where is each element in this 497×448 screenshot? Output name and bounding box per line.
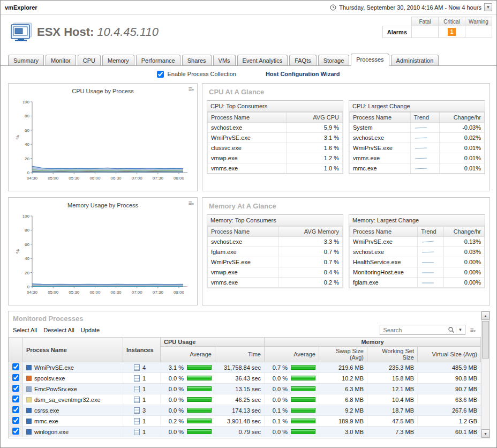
row-checkbox[interactable] <box>12 406 19 413</box>
search-box[interactable]: ▼ <box>380 325 465 335</box>
tab-performance[interactable]: Performance <box>136 55 180 65</box>
tab-summary[interactable]: Summary <box>8 55 44 65</box>
row-checkbox[interactable] <box>12 417 19 424</box>
table-row[interactable]: WmiPrvSE.exe0.13% <box>350 237 485 247</box>
table-row[interactable]: svchost.exe0.03% <box>350 247 485 257</box>
table-row[interactable]: fglam.exe0.00% <box>350 278 485 288</box>
col-cpu-average[interactable]: Average <box>160 347 215 362</box>
tab-memory[interactable]: Memory <box>102 55 134 65</box>
tab-strip: Summary Monitor CPU Memory Performance S… <box>1 53 496 66</box>
swap-size-value: 219.6 MB <box>319 362 367 373</box>
row-checkbox[interactable] <box>12 395 19 402</box>
col-virtual-size[interactable]: Virtual Size (Avg) <box>418 347 481 362</box>
process-row[interactable]: dsm_sa_eventmgr32.exe 1 0.0 % 46.25 sec … <box>9 394 481 405</box>
row-checkbox[interactable] <box>12 374 19 381</box>
change-value: 0.03% <box>444 247 485 257</box>
memory-average-value: 0.1 % <box>273 418 288 424</box>
select-all-button[interactable]: Select All <box>13 327 37 333</box>
vertical-scrollbar[interactable]: ▲ ▼ <box>481 311 490 438</box>
tab-monitor[interactable]: Monitor <box>46 55 76 65</box>
svg-text:0: 0 <box>27 285 30 289</box>
change-value: 0.13% <box>444 237 485 247</box>
memory-usage-chart: 020406080100%04:3005:0005:3006:0006:3007… <box>13 212 193 297</box>
chevron-down-icon[interactable]: ▼ <box>484 3 492 11</box>
scrollbar-thumb[interactable] <box>482 321 489 359</box>
cpu-time-value: 36.43 sec <box>215 373 264 384</box>
table-row[interactable]: mmc.exe0.01% <box>350 163 485 174</box>
process-name: vmms.exe <box>350 153 411 163</box>
fatal-count[interactable] <box>412 26 439 38</box>
table-row[interactable]: clussvc.exe1.6 % <box>208 143 343 153</box>
tab-processes[interactable]: Processes <box>351 54 389 66</box>
row-checkbox[interactable] <box>12 428 19 435</box>
table-options-icon[interactable]: ≡▾ <box>470 326 476 334</box>
table-row[interactable]: svchost.exe3.3 % <box>208 237 343 247</box>
col-process-name[interactable]: Process Name <box>23 338 123 362</box>
working-set-value: 15.8 MB <box>367 373 418 384</box>
table-row[interactable]: WmiPrvSE.exe3.1 % <box>208 133 343 143</box>
critical-badge[interactable]: 1 <box>448 28 456 36</box>
search-options-arrow-icon[interactable]: ▼ <box>457 327 464 332</box>
tab-shares[interactable]: Shares <box>182 55 212 65</box>
svg-text:60: 60 <box>25 242 29 247</box>
process-row[interactable]: EmcPowSrv.exe 1 0.0 % 13.15 sec 0.0 % 6.… <box>9 384 481 394</box>
process-row[interactable]: csrss.exe 3 0.0 % 174.13 sec 0.1 % 9.2 M… <box>9 405 481 416</box>
process-row[interactable]: spoolsv.exe 1 0.0 % 36.43 sec 0.0 % 10.2… <box>9 373 481 384</box>
table-row[interactable]: MonitoringHost.exe0.00% <box>350 267 485 278</box>
tab-event-analytics[interactable]: Event Analytics <box>237 55 288 65</box>
table-row[interactable]: vmwp.exe0.4 % <box>208 267 343 278</box>
tab-faqts[interactable]: FAQts <box>289 55 317 65</box>
row-checkbox[interactable] <box>12 385 19 392</box>
enable-process-collection-checkbox[interactable] <box>157 71 164 78</box>
table-row[interactable]: System-0.03% <box>350 123 485 133</box>
scroll-up-icon[interactable]: ▲ <box>481 311 490 320</box>
warning-count[interactable] <box>465 26 492 38</box>
search-icon[interactable] <box>448 326 455 333</box>
table-row[interactable]: vmwp.exe1.2 % <box>208 153 343 163</box>
process-color-icon <box>26 419 32 424</box>
search-input[interactable] <box>382 326 447 334</box>
col-swap-size[interactable]: Swap Size (Avg) <box>319 347 367 362</box>
chart-menu-icon[interactable]: ≡▾ <box>188 199 194 207</box>
tab-storage[interactable]: Storage <box>318 55 350 65</box>
table-row[interactable]: HealthService.exe0.00% <box>350 257 485 267</box>
row-checkbox[interactable] <box>12 363 19 370</box>
process-color-icon <box>26 429 32 435</box>
table-row[interactable]: svchost.exe0.02% <box>350 133 485 143</box>
scroll-down-icon[interactable]: ▼ <box>481 429 490 438</box>
svg-text:100: 100 <box>22 214 30 219</box>
process-color-icon <box>26 386 32 392</box>
cpu-largest-change-table: CPU: Largest Change Process Name Trend C… <box>349 100 485 174</box>
table-row[interactable]: svchost.exe5.9 % <box>208 123 343 133</box>
table-row[interactable]: vmms.exe0.2 % <box>208 278 343 288</box>
update-button[interactable]: Update <box>81 327 100 333</box>
instances-icon <box>134 375 140 382</box>
table-row[interactable]: WmiPrvSE.exe0.01% <box>350 143 485 153</box>
time-range-control[interactable]: Thursday, September 30, 2010 4:16 AM - N… <box>330 3 492 11</box>
enable-process-collection[interactable]: Enable Process Collection <box>157 71 236 78</box>
col-memory-average[interactable]: Average <box>265 347 319 362</box>
table-row[interactable]: WmiPrvSE.exe0.7 % <box>208 257 343 267</box>
table-row[interactable]: vmms.exe0.01% <box>350 153 485 163</box>
critical-count[interactable]: 1 <box>439 26 465 38</box>
process-row[interactable]: mmc.exe 1 0.2 % 3,901.48 sec 0.1 % 189.9… <box>9 416 481 427</box>
tab-vms[interactable]: VMs <box>213 55 236 65</box>
trend-cell <box>410 143 439 153</box>
instances-count: 1 <box>142 397 146 403</box>
table-row[interactable]: vmms.exe1.0 % <box>208 163 343 174</box>
process-row[interactable]: WmiPrvSE.exe 4 3.1 % 31,758.84 sec 0.7 %… <box>9 362 481 373</box>
chart-menu-icon[interactable]: ≡▾ <box>188 85 194 93</box>
process-row[interactable]: winlogon.exe 1 0.0 % 0.79 sec 0.0 % 3.0 … <box>9 427 481 437</box>
cpu-time-value: 0.79 sec <box>215 427 264 437</box>
table-row[interactable]: fglam.exe0.7 % <box>208 247 343 257</box>
deselect-all-button[interactable]: Deselect All <box>43 327 74 333</box>
host-configuration-wizard-link[interactable]: Host Configuration Wizard <box>266 71 340 77</box>
tab-cpu[interactable]: CPU <box>78 55 101 65</box>
col-working-set[interactable]: Working Set Size <box>367 347 418 362</box>
memory-average-value: 0.0 % <box>273 429 288 435</box>
col-time[interactable]: Time <box>215 347 264 362</box>
tab-administration[interactable]: Administration <box>391 55 439 65</box>
col-avg-memory: AVG Memory <box>278 227 342 237</box>
cpu-average-value: 0.0 % <box>169 386 184 392</box>
col-instances[interactable]: Instances <box>123 338 160 362</box>
